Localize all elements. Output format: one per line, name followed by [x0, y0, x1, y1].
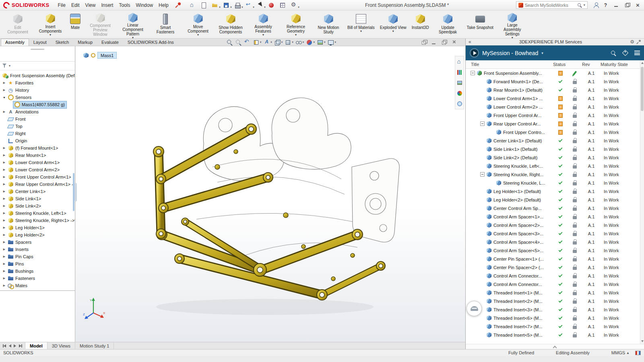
- session-caret-icon[interactable]: ▾: [541, 51, 543, 55]
- view-settings-button[interactable]: ▾: [327, 39, 336, 46]
- expand-arrow-icon[interactable]: [2, 226, 6, 229]
- exploded-view-button[interactable]: Exploded View ▾: [378, 11, 409, 37]
- plm-search-icon[interactable]: [611, 50, 616, 56]
- tree-item[interactable]: Fasteners: [0, 275, 75, 282]
- tree-item[interactable]: Spacers: [0, 239, 75, 246]
- panel-splitter-handle[interactable]: [74, 183, 77, 202]
- edit-appearance-button[interactable]: ▾: [305, 39, 315, 46]
- expand-arrow-icon[interactable]: [2, 269, 6, 273]
- hide-show-items-button[interactable]: ▾: [295, 39, 305, 46]
- tab-sketch[interactable]: Sketch: [51, 39, 74, 46]
- view-palette-button[interactable]: [456, 79, 463, 86]
- minimize-icon[interactable]: [614, 3, 619, 8]
- gear-icon[interactable]: ⚙: [630, 39, 634, 44]
- menu-view[interactable]: View: [83, 1, 99, 9]
- open-icon[interactable]: ▾: [211, 1, 219, 9]
- select-cursor-icon[interactable]: ▾: [256, 1, 264, 9]
- tree-item[interactable]: Right: [0, 130, 75, 137]
- expand-arrow-icon[interactable]: [2, 81, 6, 84]
- tree-item[interactable]: Lower Control Arm<2>: [0, 166, 75, 173]
- expand-arrow-icon[interactable]: [2, 284, 6, 287]
- tab-motion-study-1[interactable]: Motion Study 1: [75, 342, 114, 349]
- plm-row[interactable]: Threaded Insert<5> (M... A.1 In Work: [466, 331, 644, 339]
- selection-chip-label[interactable]: Mass1: [97, 52, 117, 59]
- plm-row[interactable]: Threaded Insert<3> (M... A.1 In Work: [466, 305, 644, 314]
- expand-arrow-icon[interactable]: [2, 168, 6, 171]
- plm-row[interactable]: Side Link<1> (Default) A.1 In Work: [466, 145, 644, 153]
- column-header-maturity[interactable]: Maturity State: [601, 62, 639, 67]
- tree-item[interactable]: Mates: [0, 282, 75, 289]
- plm-row[interactable]: Leg Holder<1> (Default) A.1 In Work: [466, 187, 644, 195]
- expand-arrow-icon[interactable]: [2, 212, 6, 215]
- expand-arrow-icon[interactable]: [2, 154, 6, 157]
- home-icon[interactable]: ▾: [188, 1, 197, 9]
- scroll-last-icon[interactable]: [19, 344, 22, 348]
- reference-geometry-button[interactable]: Reference Geometry ▾: [280, 11, 312, 37]
- zoom-to-fit-button[interactable]: ▾: [226, 39, 233, 46]
- close-icon[interactable]: [636, 3, 641, 8]
- component-preview-window-button[interactable]: Component Preview Window ▾: [84, 11, 116, 37]
- plm-row[interactable]: Front Suspension Assembly... A.1 In Work: [466, 69, 644, 77]
- plm-row[interactable]: Front Upper Contro... A.1 In Work: [466, 128, 644, 136]
- tree-item[interactable]: Pins: [0, 260, 75, 267]
- design-library-button[interactable]: [456, 69, 463, 76]
- plm-row[interactable]: Forward Mount<1> (De... A.1 In Work: [466, 77, 644, 86]
- expand-arrow-icon[interactable]: [2, 146, 6, 150]
- plm-row[interactable]: Center Control Arm Sp... A.1 In Work: [466, 204, 644, 212]
- menu-edit[interactable]: Edit: [68, 1, 83, 9]
- scrollbar-thumb[interactable]: [641, 67, 644, 111]
- tree-item[interactable]: Leg Holder<1>: [0, 224, 75, 231]
- view-orientation-button[interactable]: ▾: [274, 39, 283, 46]
- plm-row[interactable]: Control Arm Spacer<1>... A.1 In Work: [466, 212, 644, 221]
- take-snapshot-button[interactable]: Take Snapshot ▾: [464, 11, 496, 37]
- 3dexperience-world-button[interactable]: [456, 100, 463, 107]
- print-icon[interactable]: ▾: [233, 1, 242, 9]
- plm-row[interactable]: Rear Mount<1> (Default) A.1 In Work: [466, 86, 644, 94]
- smart-fasteners-button[interactable]: Smart Fasteners ▾: [149, 11, 182, 37]
- restore-icon[interactable]: [625, 3, 630, 8]
- tree-item[interactable]: Favorites: [0, 79, 75, 86]
- plm-row[interactable]: Center Link<1> (Default) A.1 In Work: [466, 136, 644, 145]
- plm-row[interactable]: Lower Control Arm<1> ... A.1 In Work: [466, 94, 644, 103]
- plm-row[interactable]: Front Upper Control Ar... A.1 In Work: [466, 111, 644, 119]
- plm-row[interactable]: Threaded Insert<7> (M... A.1 In Work: [466, 322, 644, 331]
- expand-arrow-icon[interactable]: [2, 183, 6, 186]
- expand-arrow-icon[interactable]: [2, 241, 6, 244]
- caret-down-icon[interactable]: ▲: [626, 351, 630, 355]
- plm-row[interactable]: Steering Knuckle, Left<... A.1 In Work: [466, 162, 644, 170]
- scroll-first-icon[interactable]: [3, 344, 6, 348]
- display-style-button[interactable]: ▾: [284, 39, 294, 46]
- expand-toggle-icon[interactable]: [480, 172, 485, 177]
- new-motion-study-button[interactable]: New Motion Study ▾: [312, 11, 345, 37]
- help-icon[interactable]: ?: [604, 2, 607, 8]
- menu-icon[interactable]: [634, 51, 640, 55]
- minimize-document-icon[interactable]: [431, 40, 437, 45]
- close-document-icon[interactable]: [452, 40, 457, 45]
- appearances-button[interactable]: [456, 90, 463, 97]
- bill-of-materials-button[interactable]: Bill of Materials ▾: [345, 11, 377, 37]
- tree-item[interactable]: Steering Knuckle, Right<1> ->*: [0, 217, 75, 224]
- session-play-icon[interactable]: [470, 48, 479, 58]
- menu-tools[interactable]: Tools: [116, 1, 133, 9]
- assembly-features-button[interactable]: Assembly Features ▾: [247, 11, 279, 37]
- menu-window[interactable]: Window: [133, 1, 156, 9]
- pin-panel-icon[interactable]: [637, 40, 641, 44]
- filter-funnel-icon[interactable]: [2, 63, 8, 68]
- plm-row[interactable]: Steering Knuckle, L... A.1 In Work: [466, 179, 644, 187]
- plm-row[interactable]: Center Pin Spacer<1> (... A.1 In Work: [466, 255, 644, 263]
- tab-solidworks-add-ins[interactable]: SOLIDWORKS Add-Ins: [123, 39, 178, 46]
- search-icon[interactable]: [577, 3, 582, 8]
- expand-arrow-icon[interactable]: [2, 110, 6, 113]
- assistant-avatar-button[interactable]: [466, 301, 482, 316]
- update-speedpak-button[interactable]: Update Speedpak ▾: [432, 11, 464, 37]
- tree-item[interactable]: Lower Control Arm<1>: [0, 159, 75, 166]
- tree-item[interactable]: History: [0, 86, 75, 94]
- expand-arrow-icon[interactable]: [2, 255, 6, 258]
- move-component-button[interactable]: Move Component ▾: [182, 11, 214, 37]
- instant3d-button[interactable]: Instant3D ▾: [409, 11, 431, 37]
- expand-arrow-icon[interactable]: [2, 204, 6, 208]
- previous-view-button[interactable]: ▾: [244, 39, 251, 46]
- large-assembly-settings-button[interactable]: Large Assembly Settings ▾: [496, 11, 528, 37]
- plm-row[interactable]: Threaded Insert<6> (M... A.1 In Work: [466, 314, 644, 322]
- tab-model[interactable]: Model: [25, 342, 47, 349]
